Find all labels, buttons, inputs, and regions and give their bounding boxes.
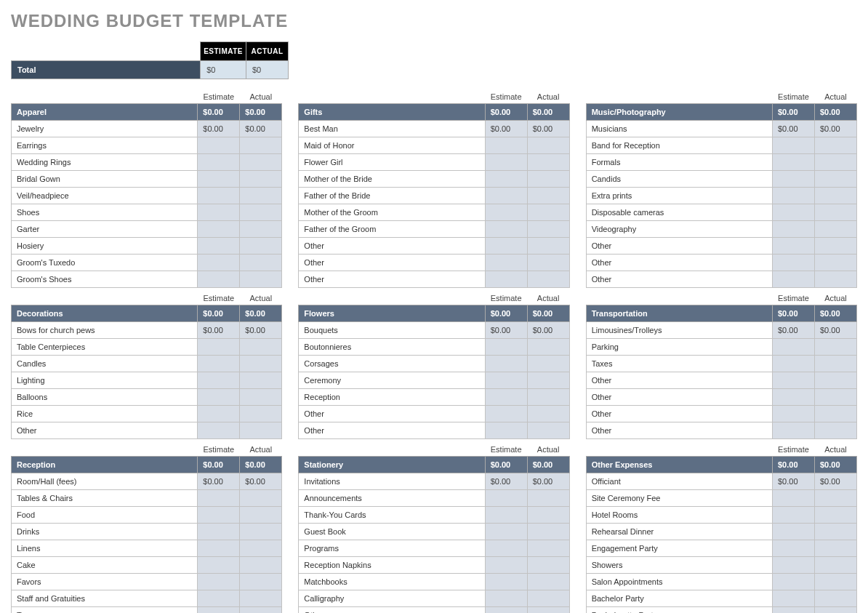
item-actual-cell[interactable]	[814, 339, 856, 356]
item-actual-cell[interactable]	[240, 422, 282, 439]
item-actual-cell[interactable]	[527, 540, 569, 557]
item-label[interactable]: Candles	[12, 356, 198, 372]
item-estimate-cell[interactable]: $0.00	[198, 121, 240, 137]
item-estimate-cell[interactable]	[772, 154, 814, 171]
item-actual-cell[interactable]	[814, 137, 856, 154]
item-actual-cell[interactable]	[240, 557, 282, 574]
item-estimate-cell[interactable]	[485, 255, 527, 271]
item-label[interactable]: Limousines/Trolleys	[586, 322, 772, 339]
item-label[interactable]: Invitations	[299, 473, 485, 490]
item-estimate-cell[interactable]	[198, 255, 240, 271]
item-estimate-cell[interactable]	[485, 524, 527, 540]
item-estimate-cell[interactable]	[198, 171, 240, 188]
item-label[interactable]: Other	[586, 372, 772, 389]
item-estimate-cell[interactable]	[485, 590, 527, 607]
item-estimate-cell[interactable]	[485, 154, 527, 171]
item-estimate-cell[interactable]	[485, 490, 527, 507]
item-estimate-cell[interactable]	[198, 607, 240, 614]
item-estimate-cell[interactable]	[198, 590, 240, 607]
item-estimate-cell[interactable]	[485, 574, 527, 590]
item-actual-cell[interactable]	[527, 188, 569, 204]
item-label[interactable]: Other	[299, 271, 485, 288]
item-actual-cell[interactable]	[527, 255, 569, 271]
item-label[interactable]: Announcements	[299, 490, 485, 507]
item-label[interactable]: Father of the Bride	[299, 188, 485, 204]
item-label[interactable]: Calligraphy	[299, 590, 485, 607]
item-estimate-cell[interactable]: $0.00	[772, 322, 814, 339]
item-actual-cell[interactable]	[240, 221, 282, 238]
item-actual-cell[interactable]	[527, 507, 569, 524]
item-estimate-cell[interactable]	[772, 221, 814, 238]
item-label[interactable]: Flower Girl	[299, 154, 485, 171]
item-label[interactable]: Other	[299, 607, 485, 614]
item-estimate-cell[interactable]	[772, 590, 814, 607]
item-estimate-cell[interactable]	[198, 574, 240, 590]
item-estimate-cell[interactable]	[198, 221, 240, 238]
item-label[interactable]: Food	[12, 507, 198, 524]
item-estimate-cell[interactable]	[485, 389, 527, 406]
item-actual-cell[interactable]	[814, 557, 856, 574]
item-label[interactable]: Candids	[586, 171, 772, 188]
item-actual-cell[interactable]	[814, 154, 856, 171]
item-estimate-cell[interactable]	[485, 422, 527, 439]
item-actual-cell[interactable]	[240, 171, 282, 188]
item-label[interactable]: Wedding Rings	[12, 154, 198, 171]
item-label[interactable]: Bouquets	[299, 322, 485, 339]
item-actual-cell[interactable]	[814, 607, 856, 614]
item-label[interactable]: Hotel Rooms	[586, 507, 772, 524]
item-label[interactable]: Salon Appointments	[586, 574, 772, 590]
item-actual-cell[interactable]: $0.00	[814, 473, 856, 490]
item-estimate-cell[interactable]	[198, 372, 240, 389]
item-actual-cell[interactable]	[527, 204, 569, 221]
item-actual-cell[interactable]	[240, 238, 282, 255]
item-actual-cell[interactable]	[240, 507, 282, 524]
item-label[interactable]: Thank-You Cards	[299, 507, 485, 524]
item-label[interactable]: Site Ceremony Fee	[586, 490, 772, 507]
item-actual-cell[interactable]	[527, 154, 569, 171]
item-label[interactable]: Rehearsal Dinner	[586, 524, 772, 540]
item-label[interactable]: Parking	[586, 339, 772, 356]
item-actual-cell[interactable]	[814, 271, 856, 288]
item-actual-cell[interactable]	[240, 590, 282, 607]
item-actual-cell[interactable]	[814, 507, 856, 524]
item-estimate-cell[interactable]	[772, 356, 814, 372]
item-estimate-cell[interactable]	[485, 188, 527, 204]
item-actual-cell[interactable]	[814, 389, 856, 406]
item-actual-cell[interactable]: $0.00	[240, 473, 282, 490]
item-estimate-cell[interactable]	[772, 372, 814, 389]
item-estimate-cell[interactable]	[485, 540, 527, 557]
item-estimate-cell[interactable]	[485, 221, 527, 238]
item-actual-cell[interactable]	[814, 574, 856, 590]
item-label[interactable]: Officiant	[586, 473, 772, 490]
item-actual-cell[interactable]	[240, 137, 282, 154]
item-actual-cell[interactable]	[240, 607, 282, 614]
item-estimate-cell[interactable]: $0.00	[485, 121, 527, 137]
item-estimate-cell[interactable]	[772, 406, 814, 422]
item-actual-cell[interactable]	[814, 422, 856, 439]
item-label[interactable]: Earrings	[12, 137, 198, 154]
item-estimate-cell[interactable]	[485, 238, 527, 255]
item-estimate-cell[interactable]	[198, 406, 240, 422]
item-estimate-cell[interactable]	[772, 574, 814, 590]
item-estimate-cell[interactable]: $0.00	[198, 473, 240, 490]
item-actual-cell[interactable]	[527, 524, 569, 540]
item-estimate-cell[interactable]	[485, 137, 527, 154]
item-actual-cell[interactable]	[527, 271, 569, 288]
item-actual-cell[interactable]	[527, 389, 569, 406]
item-estimate-cell[interactable]	[198, 271, 240, 288]
item-label[interactable]: Table Centerpieces	[12, 339, 198, 356]
item-label[interactable]: Groom's Shoes	[12, 271, 198, 288]
item-estimate-cell[interactable]	[772, 271, 814, 288]
item-label[interactable]: Engagement Party	[586, 540, 772, 557]
item-label[interactable]: Formals	[586, 154, 772, 171]
item-label[interactable]: Rice	[12, 406, 198, 422]
item-label[interactable]: Best Man	[299, 121, 485, 137]
item-actual-cell[interactable]	[527, 171, 569, 188]
item-label[interactable]: Other	[586, 271, 772, 288]
item-actual-cell[interactable]	[527, 221, 569, 238]
item-actual-cell[interactable]	[240, 389, 282, 406]
item-label[interactable]: Staff and Gratuities	[12, 590, 198, 607]
item-label[interactable]: Shoes	[12, 204, 198, 221]
item-estimate-cell[interactable]	[772, 339, 814, 356]
item-label[interactable]: Videography	[586, 221, 772, 238]
